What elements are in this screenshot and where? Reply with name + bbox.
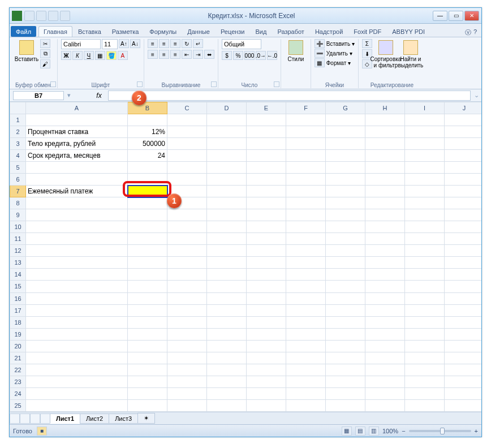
cell-D6[interactable] (207, 174, 247, 186)
cell-A3[interactable]: Тело кредита, рублей (26, 138, 128, 150)
cell-F23[interactable] (286, 376, 326, 387)
cell-A1[interactable] (26, 114, 128, 126)
cell-I9[interactable] (405, 209, 445, 221)
cell-D13[interactable] (207, 257, 247, 269)
tab-nav-first[interactable] (10, 413, 20, 424)
cell-G25[interactable] (326, 399, 365, 411)
cell-J8[interactable] (445, 197, 482, 209)
cell-E10[interactable] (247, 221, 286, 233)
formula-input[interactable] (108, 91, 471, 101)
name-box[interactable]: B7 (13, 91, 64, 100)
cell-A12[interactable] (26, 245, 128, 257)
cell-H10[interactable] (365, 221, 405, 233)
delete-cells-button[interactable]: ➖ Удалить ▾ (315, 49, 352, 58)
cell-H14[interactable] (365, 269, 405, 281)
cell-I11[interactable] (405, 233, 445, 245)
cell-I20[interactable] (405, 340, 445, 352)
cell-D23[interactable] (207, 376, 247, 387)
cell-B24[interactable] (128, 387, 167, 399)
row-header-7[interactable]: 7 (10, 186, 26, 197)
cell-G7[interactable] (326, 186, 365, 197)
cell-A19[interactable] (26, 328, 128, 340)
col-header-B[interactable]: B (128, 102, 167, 114)
cell-H1[interactable] (365, 114, 405, 126)
cell-G3[interactable] (326, 138, 365, 150)
cell-A22[interactable] (26, 364, 128, 376)
cell-J19[interactable] (445, 328, 482, 340)
cell-A16[interactable] (26, 292, 128, 304)
cell-F25[interactable] (286, 399, 326, 411)
cell-E7[interactable] (247, 186, 286, 197)
increase-decimal-icon[interactable]: .0→ (256, 51, 266, 60)
cell-D3[interactable] (207, 138, 247, 150)
cell-B16[interactable] (128, 292, 167, 304)
orientation-icon[interactable]: ↻ (182, 39, 192, 48)
cell-J13[interactable] (445, 257, 482, 269)
col-header-H[interactable]: H (365, 102, 405, 114)
zoom-slider[interactable] (409, 430, 471, 432)
cell-A6[interactable] (26, 174, 128, 186)
cell-G14[interactable] (326, 269, 365, 281)
cell-B7[interactable] (128, 186, 167, 197)
cell-H25[interactable] (365, 399, 405, 411)
cell-D1[interactable] (207, 114, 247, 126)
cell-E1[interactable] (247, 114, 286, 126)
underline-button[interactable]: Ч (84, 51, 94, 60)
cell-B6[interactable] (128, 174, 167, 186)
cell-D18[interactable] (207, 316, 247, 328)
align-middle-icon[interactable]: ≡ (159, 39, 169, 48)
cell-E3[interactable] (247, 138, 286, 150)
cell-C25[interactable] (167, 399, 207, 411)
font-dialog-launcher[interactable] (137, 81, 143, 87)
cell-G8[interactable] (326, 197, 365, 209)
row-header-14[interactable]: 14 (10, 269, 26, 281)
cell-B3[interactable]: 500000 (128, 138, 167, 150)
cell-E20[interactable] (247, 340, 286, 352)
cell-A13[interactable] (26, 257, 128, 269)
cell-E6[interactable] (247, 174, 286, 186)
fx-button[interactable]: fx (93, 92, 105, 100)
cell-A21[interactable] (26, 352, 128, 364)
row-header-1[interactable]: 1 (10, 114, 26, 126)
cell-A15[interactable] (26, 281, 128, 292)
col-header-A[interactable]: A (26, 102, 128, 114)
cell-E15[interactable] (247, 281, 286, 292)
cell-J3[interactable] (445, 138, 482, 150)
cell-D20[interactable] (207, 340, 247, 352)
cell-C22[interactable] (167, 364, 207, 376)
cell-G2[interactable] (326, 126, 365, 138)
cell-H8[interactable] (365, 197, 405, 209)
cell-D5[interactable] (207, 162, 247, 174)
minimize-button[interactable]: — (433, 11, 447, 21)
row-header-24[interactable]: 24 (10, 387, 26, 399)
cell-F13[interactable] (286, 257, 326, 269)
fill-color-button[interactable]: 🪣 (106, 51, 117, 60)
cell-B9[interactable] (128, 209, 167, 221)
cell-D12[interactable] (207, 245, 247, 257)
border-button[interactable]: ▦ (95, 51, 105, 60)
cell-A9[interactable] (26, 209, 128, 221)
cell-I13[interactable] (405, 257, 445, 269)
cell-G5[interactable] (326, 162, 365, 174)
col-header-I[interactable]: I (405, 102, 445, 114)
cell-B18[interactable] (128, 316, 167, 328)
cell-A20[interactable] (26, 340, 128, 352)
cell-B21[interactable] (128, 352, 167, 364)
cell-F6[interactable] (286, 174, 326, 186)
row-header-2[interactable]: 2 (10, 126, 26, 138)
cell-D19[interactable] (207, 328, 247, 340)
close-button[interactable]: ✕ (464, 11, 479, 21)
alignment-dialog-launcher[interactable] (211, 81, 217, 87)
cell-E4[interactable] (247, 150, 286, 162)
cell-C21[interactable] (167, 352, 207, 364)
row-header-11[interactable]: 11 (10, 233, 26, 245)
cell-J18[interactable] (445, 316, 482, 328)
cell-A11[interactable] (26, 233, 128, 245)
cell-I23[interactable] (405, 376, 445, 387)
align-right-icon[interactable]: ≡ (170, 50, 180, 59)
cell-H21[interactable] (365, 352, 405, 364)
cell-J25[interactable] (445, 399, 482, 411)
cell-G10[interactable] (326, 221, 365, 233)
cell-D24[interactable] (207, 387, 247, 399)
tab-page-layout[interactable]: Разметка (107, 26, 144, 37)
